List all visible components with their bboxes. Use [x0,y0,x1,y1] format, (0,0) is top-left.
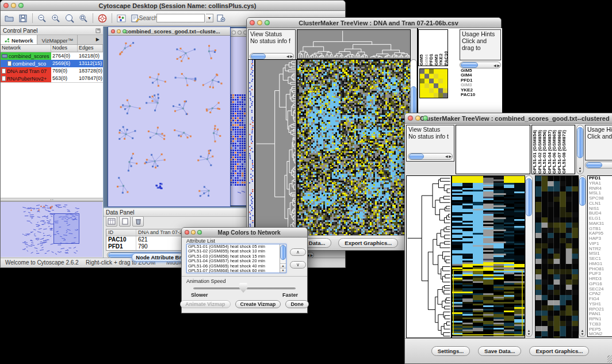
zoom-window-icon[interactable] [18,3,24,8]
attribute-item[interactable]: GPL51-07 (GSM868) heat shock 60 min [187,269,286,273]
zoom-heatmap[interactable] [535,175,579,338]
search-dropdown-icon[interactable]: ▼ [206,14,213,22]
network-table-row[interactable]: combined_sco2569(6)13112(15) [1,60,103,67]
treeview-front-body: View Status No status info t ◀ ▶ GPL51-0… [405,124,612,339]
scroll-down-icon[interactable]: ▼ [280,268,286,273]
row-dendrogram[interactable] [255,59,297,236]
create-vizmap-button[interactable]: Create Vizmap [235,300,281,308]
minimize-icon[interactable] [415,116,420,121]
close-icon[interactable] [250,20,255,25]
save-data-button[interactable]: Save Data... [478,346,521,356]
search-input[interactable] [156,14,205,22]
animate-vizmap-button[interactable]: Animate Vizmap [180,300,230,308]
minimize-icon[interactable] [257,20,262,25]
cluster-matrix[interactable] [419,68,448,98]
header-nodes[interactable]: Nodes [51,45,78,52]
gene-label[interactable]: MON2 [589,332,612,337]
zoom-window-icon[interactable] [423,116,428,121]
close-icon[interactable] [232,30,236,35]
global-overview-strip[interactable] [248,59,255,236]
zoom-window-icon[interactable] [123,29,127,33]
document-icon [2,76,6,81]
move-up-button[interactable]: ∧ [290,248,306,256]
minimize-icon[interactable] [117,29,121,33]
network-table-row[interactable]: DNA and Tran 07769(0)183728(0) [1,67,103,75]
close-icon[interactable] [185,230,189,235]
treeview-back-titlebar[interactable]: ClusterMaker TreeView : DNA and Tran 07-… [247,18,501,28]
zoom-selected-icon[interactable] [63,12,76,24]
axis-label: GPL51-08 (GSM872) [562,125,567,174]
settings-button[interactable]: Settings... [431,346,470,356]
float-panel-icon[interactable] [95,28,101,33]
done-button[interactable]: Done [285,300,309,308]
close-icon[interactable] [408,116,413,121]
zoom-fit-icon[interactable] [77,12,90,24]
attribute-list-scrollbar[interactable]: ▲▼ [280,244,286,273]
column-dendrogram-empty[interactable] [456,125,530,174]
column-labels-vscrollbar[interactable]: ▲▼ [576,125,584,174]
help-icon[interactable] [96,12,109,24]
axis-label: PAC10 [444,30,449,66]
delete-attribute-icon[interactable] [132,216,144,227]
new-attribute-icon[interactable] [119,216,131,227]
export-graphics-button[interactable]: Export Graphics... [529,346,589,356]
main-window-title: Cytoscape Desktop (Session Name: collins… [14,2,341,9]
minimize-icon[interactable] [191,230,196,235]
view-status-text: No status info f [250,37,290,44]
select-attributes-icon[interactable] [106,216,117,227]
data-panel-label: Data Panel [106,209,134,216]
attribute-list[interactable]: GPL51-01 (GSM854) heat shock 05 minGPL51… [186,244,286,273]
save-icon[interactable] [17,12,29,24]
close-icon[interactable] [111,29,115,33]
network-tab-icon [5,38,10,43]
view-status-title: View Status [250,30,282,37]
scroll-up-icon[interactable]: ▲ [280,263,286,268]
status-welcome: Welcome to Cytoscape 2.6.2 [5,259,79,266]
heatmap-vscrollbar[interactable]: ▲▼ [525,175,533,337]
dialog-titlebar[interactable]: Map Colors to Network [182,228,307,237]
zoom-in-icon[interactable] [49,12,62,24]
minimize-icon[interactable] [238,30,242,35]
treeview-front-titlebar[interactable]: ClusterMaker TreeView : combined_scores_… [405,113,612,124]
usage-hints-text: Click and drag to [462,37,487,51]
header-id[interactable]: ID [106,229,136,236]
heatmap[interactable] [452,175,525,338]
zoom-window-icon[interactable] [265,20,270,25]
tab-network[interactable]: Network [1,35,37,44]
usage-hints-panel: Usage Hints Click and drag [585,125,612,160]
close-icon[interactable] [3,3,9,8]
header-edges[interactable]: Edges [78,45,103,52]
section-divider [182,276,307,277]
animation-speed-slider-thumb[interactable] [239,283,247,293]
network-table-row[interactable]: combined_scores2764(0)16218(0) [1,52,103,60]
network-table-row[interactable]: RNAPuberNov2+563(0)107847(0) [1,75,103,82]
move-down-button[interactable]: ∨ [290,261,306,269]
main-titlebar[interactable]: Cytoscape Desktop (Session Name: collins… [1,1,345,11]
usage-hints-hscrollbar[interactable] [585,162,612,168]
resize-grip[interactable] [607,355,612,363]
toolbar-separator [93,13,93,23]
minimize-icon[interactable] [11,3,16,8]
birdseye-view[interactable] [1,202,102,257]
usage-hints-title: Usage Hints [587,126,612,133]
network-view[interactable] [108,36,230,206]
heatmap[interactable] [297,59,411,236]
column-dendrogram[interactable] [297,29,411,59]
export-graphics-button[interactable]: Export Graphics... [338,238,398,248]
header-network[interactable]: Network [1,45,51,52]
view-status-hscrollbar[interactable]: ◀ ▶ [408,153,453,160]
network1-titlebar[interactable]: combined_scores_good.txt--cluste... [108,27,230,36]
zoom-out-icon[interactable] [36,12,48,24]
network-table-header: Network Nodes Edges [1,45,103,52]
open-icon[interactable] [3,12,16,24]
zoom-vscrollbar[interactable]: ▲▼ [579,175,586,337]
vizmapper-icon[interactable] [115,12,128,24]
tab-overflow-icon[interactable]: ▶ [93,35,103,44]
document-icon [2,68,6,74]
tab-vizmapper[interactable]: VizMapper™ [37,35,78,44]
row-dendrogram[interactable] [406,175,452,338]
plugin-icon[interactable] [215,12,227,24]
usage-hints-hscrollbar[interactable]: ◀ ▶ [460,62,501,68]
zoom-window-icon[interactable] [197,230,202,235]
usage-hints-text: Click and drag [587,133,612,140]
